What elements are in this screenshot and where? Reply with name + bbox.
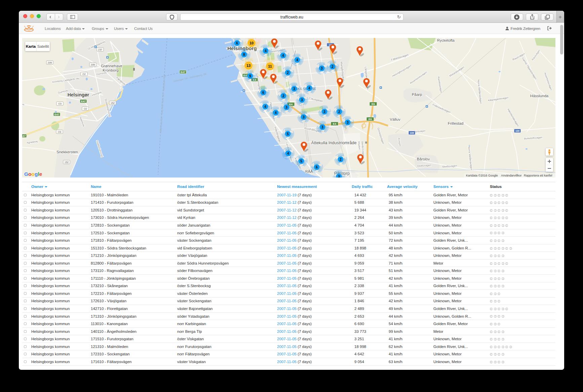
svg-text:109: 109: [515, 129, 520, 132]
svg-text:O3: O3: [58, 102, 62, 105]
svg-text:Rycketofta: Rycketofta: [437, 38, 455, 42]
svg-text:O3: O3: [58, 130, 61, 133]
svg-text:O2: O2: [82, 73, 86, 76]
svg-text:Google: Google: [24, 171, 42, 177]
svg-text:E4: E4: [333, 122, 336, 125]
svg-text:205: 205: [91, 63, 95, 66]
svg-text:5: 5: [287, 132, 289, 136]
svg-text:2: 2: [340, 158, 342, 161]
svg-text:4: 4: [296, 58, 298, 62]
svg-text:E47: E47: [181, 71, 186, 74]
svg-text:3: 3: [301, 98, 303, 102]
svg-text:2: 2: [332, 65, 334, 69]
svg-text:Hässlunda: Hässlunda: [530, 94, 549, 98]
svg-text:4: 4: [282, 54, 284, 57]
svg-text:8: 8: [243, 53, 245, 56]
svg-text:2: 2: [287, 71, 289, 75]
svg-text:10: 10: [249, 41, 254, 45]
svg-text:3: 3: [347, 121, 349, 124]
svg-text:3: 3: [321, 125, 323, 129]
svg-text:11: 11: [268, 64, 272, 68]
svg-text:Snekkersten: Snekkersten: [56, 150, 78, 154]
svg-text:E47: E47: [22, 134, 26, 138]
svg-text:E6: E6: [372, 103, 375, 106]
svg-text:Rapportera ett kartfel: Rapportera ett kartfel: [524, 174, 552, 177]
svg-text:Satellit: Satellit: [37, 44, 49, 48]
svg-text:Välluv: Välluv: [390, 117, 400, 121]
svg-text:9: 9: [249, 74, 251, 78]
svg-text:109: 109: [410, 131, 414, 134]
svg-text:152: 152: [111, 102, 115, 105]
svg-text:3: 3: [285, 106, 287, 109]
svg-text:3: 3: [303, 115, 305, 119]
svg-text:3: 3: [323, 110, 325, 114]
svg-text:237: 237: [98, 48, 103, 51]
svg-text:Kartdata ©2016 Google: Kartdata ©2016 Google: [466, 174, 498, 177]
svg-text:152: 152: [65, 161, 69, 164]
svg-text:O2: O2: [84, 107, 87, 110]
svg-text:4: 4: [308, 86, 310, 90]
svg-text:205: 205: [48, 61, 52, 64]
svg-text:3: 3: [338, 175, 340, 178]
svg-text:2: 2: [282, 94, 284, 98]
svg-text:5: 5: [300, 159, 302, 163]
svg-text:3: 3: [321, 67, 323, 70]
svg-text:E6: E6: [368, 118, 372, 121]
svg-text:Karta: Karta: [26, 44, 36, 48]
svg-text:6: 6: [236, 41, 238, 45]
svg-text:4: 4: [264, 105, 266, 109]
svg-text:Grønnehave: Grønnehave: [101, 64, 122, 68]
svg-text:4: 4: [287, 152, 289, 155]
svg-text:Användarvillkor: Användarvillkor: [501, 174, 522, 177]
svg-text:Frillestad: Frillestad: [448, 121, 464, 125]
svg-text:3: 3: [293, 87, 295, 91]
svg-text:Helsingør: Helsingør: [68, 92, 89, 97]
svg-text:Ättekulla Industriområde: Ättekulla Industriområde: [311, 141, 357, 145]
svg-text:E47: E47: [54, 113, 60, 116]
svg-text:4: 4: [265, 49, 267, 53]
svg-text:6: 6: [316, 165, 318, 169]
svg-text:Bårslöv: Bårslöv: [417, 157, 430, 161]
svg-text:4: 4: [275, 111, 277, 115]
svg-text:E47: E47: [81, 100, 86, 103]
svg-text:2: 2: [338, 110, 340, 114]
svg-text:Påarp: Påarp: [412, 92, 422, 96]
svg-text:13: 13: [246, 64, 250, 68]
svg-text:6: 6: [262, 91, 264, 94]
